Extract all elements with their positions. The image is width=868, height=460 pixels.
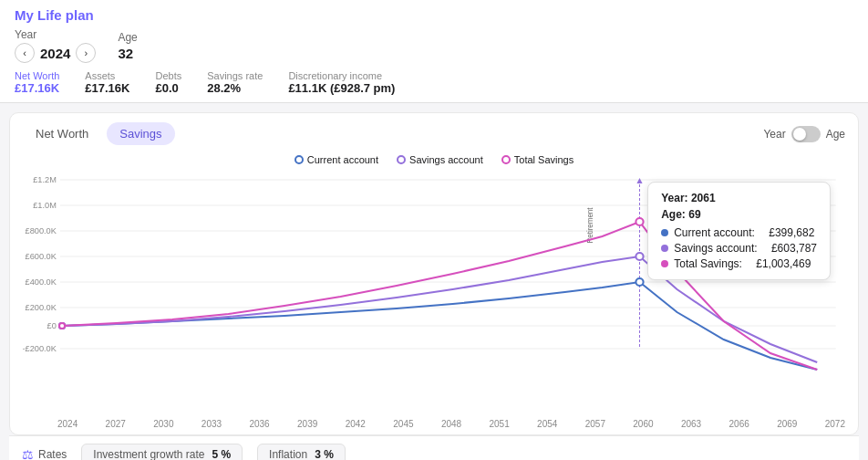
tooltip-current-account: Current account: £399,682 (661, 226, 817, 239)
rates-label-text: Rates (38, 448, 67, 460)
age-value: 32 (118, 46, 137, 61)
x-label-2057: 2057 (585, 419, 605, 429)
svg-text:£200.0K: £200.0K (26, 303, 57, 312)
x-label-2066: 2066 (729, 419, 749, 429)
investment-growth-label: Investment growth rate (93, 448, 204, 460)
legend-savings-account: Savings account (397, 154, 483, 165)
chart-tooltip: Year: 2061 Age: 69 Current account: £399… (647, 182, 831, 280)
legend-current-account: Current account (294, 154, 378, 165)
x-label-2036: 2036 (249, 419, 269, 429)
total-savings-legend-icon (501, 155, 511, 164)
net-worth-label: Net Worth (15, 70, 59, 81)
next-year-button[interactable]: › (76, 43, 96, 63)
age-label: Age (118, 31, 137, 44)
tooltip-age: Age: 69 (661, 208, 817, 221)
x-label-2060: 2060 (633, 419, 653, 429)
investment-growth-pill[interactable]: Investment growth rate 5 % (81, 444, 243, 460)
toggle-knob (793, 128, 806, 141)
x-label-2033: 2033 (202, 419, 222, 429)
rates-icon: ⚖ (22, 447, 34, 460)
tab-savings[interactable]: Savings (107, 122, 174, 145)
toggle-year-label: Year (763, 128, 785, 141)
svg-text:£0: £0 (47, 321, 57, 330)
svg-text:£400.0K: £400.0K (26, 277, 57, 287)
x-label-2045: 2045 (393, 419, 413, 429)
assets-value: £17.16K (85, 81, 129, 95)
svg-text:£800.0K: £800.0K (26, 226, 57, 235)
stat-assets: Assets £17.16K (85, 70, 129, 95)
toggle-age-label: Age (826, 128, 845, 141)
tooltip-savings-account-dot (661, 245, 668, 252)
discretionary-label: Discretionary income (288, 70, 395, 81)
svg-marker-18 (636, 178, 642, 183)
svg-point-23 (59, 323, 65, 329)
savings-rate-value: 28.2% (207, 81, 263, 95)
year-age-toggle[interactable] (791, 126, 821, 142)
x-label-2069: 2069 (777, 419, 797, 429)
investment-growth-value: 5 % (212, 448, 231, 460)
svg-point-20 (636, 278, 643, 286)
legend-current-account-label: Current account (307, 154, 378, 165)
svg-point-24 (636, 218, 643, 225)
app-title: My Life plan (15, 7, 853, 23)
debts-value: £0.0 (155, 81, 181, 95)
year-label: Year (15, 28, 96, 41)
stat-discretionary: Discretionary income £11.1K (£928.7 pm) (288, 70, 395, 95)
x-label-2039: 2039 (297, 419, 317, 429)
x-label-2051: 2051 (489, 419, 509, 429)
x-label-2063: 2063 (681, 419, 701, 429)
inflation-label: Inflation (269, 448, 307, 460)
savings-rate-label: Savings rate (207, 70, 263, 81)
x-label-2048: 2048 (441, 419, 461, 429)
rates-section: ⚖ Rates (22, 447, 67, 460)
tooltip-current-account-dot (661, 229, 668, 236)
legend-total-savings-label: Total Savings (514, 154, 574, 165)
savings-account-legend-icon (397, 155, 406, 164)
tab-net-worth[interactable]: Net Worth (23, 122, 101, 145)
stat-debts: Debts £0.0 (155, 70, 181, 95)
legend-savings-account-label: Savings account (409, 154, 483, 165)
tooltip-savings-account: Savings account: £603,787 (661, 242, 817, 255)
chart-area: Current account Savings account Total Sa… (10, 145, 858, 419)
stat-savings-rate: Savings rate 28.2% (207, 70, 263, 95)
x-label-2030: 2030 (153, 419, 173, 429)
inflation-pill[interactable]: Inflation 3 % (257, 444, 346, 460)
svg-text:−£200.0K: −£200.0K (23, 344, 57, 353)
inflation-value: 3 % (315, 448, 334, 460)
tooltip-total-savings-dot (661, 260, 668, 267)
tooltip-total-savings: Total Savings: £1,003,469 (661, 257, 817, 270)
svg-text:£1.2M: £1.2M (33, 175, 57, 184)
year-value: 2024 (40, 46, 70, 61)
x-label-2072: 2072 (825, 419, 845, 429)
svg-text:£1.0M: £1.0M (33, 201, 57, 210)
legend-total-savings: Total Savings (501, 154, 574, 165)
prev-year-button[interactable]: ‹ (15, 43, 35, 63)
discretionary-value: £11.1K (£928.7 pm) (288, 81, 395, 95)
svg-text:£600.0K: £600.0K (26, 252, 57, 261)
x-label-2054: 2054 (537, 419, 557, 429)
net-worth-value: £17.16K (15, 81, 59, 95)
svg-point-22 (636, 253, 643, 260)
x-label-2027: 2027 (106, 419, 126, 429)
x-label-2042: 2042 (346, 419, 366, 429)
bottom-bar: ⚖ Rates Investment growth rate 5 % Infla… (9, 435, 859, 460)
chart-legend: Current account Savings account Total Sa… (23, 154, 845, 165)
debts-label: Debts (155, 70, 181, 81)
tooltip-year: Year: 2061 (661, 192, 817, 204)
stat-net-worth: Net Worth £17.16K (15, 70, 59, 95)
current-account-legend-icon (294, 155, 304, 164)
assets-label: Assets (85, 70, 129, 81)
x-label-2024: 2024 (57, 419, 78, 429)
